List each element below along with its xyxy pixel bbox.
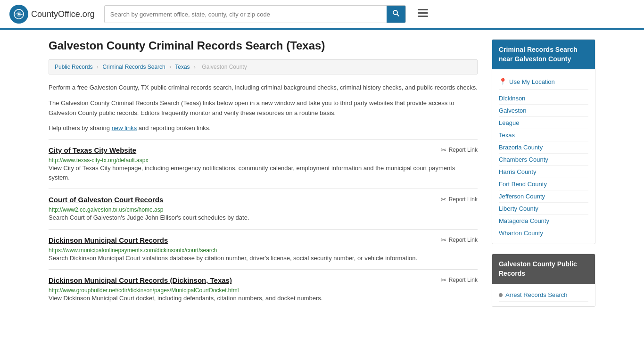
public-records-box: Galveston County Public Records Arrest R… [492,254,595,307]
report-link-button-1[interactable]: ✂ Report Link [441,196,478,203]
svg-point-2 [393,10,397,15]
result-title-0[interactable]: City of Texas City Website [49,146,136,154]
nearby-link-1[interactable]: Galveston [499,105,588,117]
breadcrumb-criminal-records[interactable]: Criminal Records Search [102,64,165,70]
result-desc-3: View Dickinson Municipal Court docket, i… [49,294,478,303]
result-item-3: Dickinson Municipal Court Records (Dicki… [49,269,478,310]
svg-point-1 [18,13,20,15]
page-title: Galveston County Criminal Records Search… [49,39,478,52]
public-records-link-0[interactable]: Arrest Records Search [499,288,588,302]
result-item-1: Court of Galveston Court Records ✂ Repor… [49,189,478,229]
use-location-row: 📍 Use My Location [499,74,588,90]
result-header-0: City of Texas City Website ✂ Report Link [49,146,478,154]
nearby-link-8[interactable]: Jefferson County [499,190,588,203]
svg-rect-4 [418,9,428,10]
nearby-link-3[interactable]: Texas [499,129,588,141]
nearby-link-9[interactable]: Liberty County [499,203,588,215]
public-records-links-list: Arrest Records Search [499,288,588,302]
result-header-2: Dickinson Municipal Court Records ✂ Repo… [49,236,478,244]
menu-button[interactable] [415,7,430,22]
dot-icon-0 [499,293,503,297]
report-label-0: Report Link [449,147,478,153]
sidebar-section2-content: Arrest Records Search [492,284,595,306]
result-url-1[interactable]: http://www2.co.galveston.tx.us/cms/home.… [49,206,163,213]
breadcrumb-texas[interactable]: Texas [175,64,190,70]
result-item-2: Dickinson Municipal Court Records ✂ Repo… [49,229,478,270]
result-desc-2: Search Dickinson Municipal Court violati… [49,254,478,263]
breadcrumb-separator-3: › [194,64,196,70]
sidebar: Criminal Records Search near Galveston C… [492,39,595,316]
result-header-1: Court of Galveston Court Records ✂ Repor… [49,196,478,204]
site-header: CountyOffice.org [0,0,644,30]
result-url-3[interactable]: http://www.groupbuilder.net/cdir/dickins… [49,287,239,294]
report-link-button-0[interactable]: ✂ Report Link [441,146,478,154]
search-bar [104,5,406,23]
report-icon-1: ✂ [441,196,446,203]
result-title-1[interactable]: Court of Galveston Court Records [49,196,163,204]
location-pin-icon: 📍 [499,78,507,85]
breadcrumb-separator-2: › [169,64,171,70]
report-icon-3: ✂ [441,276,446,284]
report-label-1: Report Link [449,196,478,203]
new-links-link[interactable]: new links [112,124,137,132]
svg-rect-6 [418,16,428,17]
description-para2: The Galveston County Criminal Records Se… [49,99,478,118]
nearby-link-2[interactable]: League [499,117,588,129]
logo[interactable]: CountyOffice.org [9,5,95,24]
breadcrumb-separator-1: › [97,64,99,70]
search-input[interactable] [105,7,387,22]
report-link-button-3[interactable]: ✂ Report Link [441,276,478,284]
nearby-link-7[interactable]: Fort Bend County [499,178,588,190]
nearby-link-10[interactable]: Matagorda County [499,215,588,227]
sidebar-section2-header: Galveston County Public Records [492,254,595,284]
description-para1: Perform a free Galveston County, TX publ… [49,83,478,93]
nearby-search-box: Criminal Records Search near Galveston C… [492,39,595,244]
nearby-link-11[interactable]: Wharton County [499,227,588,239]
content-area: Galveston County Criminal Records Search… [49,39,478,316]
nearby-link-5[interactable]: Chambers County [499,154,588,166]
nearby-link-0[interactable]: Dickinson [499,92,588,105]
results-list: City of Texas City Website ✂ Report Link… [49,139,478,310]
report-label-2: Report Link [449,237,478,243]
result-url-2[interactable]: https://www.municipalonlinepayments.com/… [49,247,217,254]
breadcrumb-current: Galveston County [202,64,247,70]
breadcrumb-public-records[interactable]: Public Records [55,64,93,70]
search-button[interactable] [387,6,405,23]
use-my-location-link[interactable]: Use My Location [509,78,555,85]
nearby-links-list: DickinsonGalvestonLeagueTexasBrazoria Co… [499,92,588,239]
svg-rect-5 [418,12,428,14]
result-title-2[interactable]: Dickinson Municipal Court Records [49,236,168,244]
report-label-3: Report Link [449,277,478,283]
sidebar-section1-content: 📍 Use My Location DickinsonGalvestonLeag… [492,69,595,244]
result-desc-0: View City of Texas City homepage, includ… [49,164,478,182]
svg-line-3 [397,14,399,16]
result-desc-1: Search Court of Galveston's Judge John E… [49,213,478,222]
nearby-link-6[interactable]: Harris County [499,166,588,178]
breadcrumb: Public Records › Criminal Records Search… [49,59,478,74]
result-url-0[interactable]: http://www.texas-city-tx.org/default.asp… [49,157,148,164]
nearby-link-4[interactable]: Brazoria County [499,141,588,154]
sidebar-section1-header: Criminal Records Search near Galveston C… [492,40,595,69]
report-icon-2: ✂ [441,236,446,244]
report-link-button-2[interactable]: ✂ Report Link [441,236,478,244]
logo-text: CountyOffice.org [31,9,95,19]
result-item-0: City of Texas City Website ✂ Report Link… [49,139,478,189]
result-title-3[interactable]: Dickinson Municipal Court Records (Dicki… [49,276,232,284]
main-container: Galveston County Criminal Records Search… [39,30,605,326]
report-icon-0: ✂ [441,146,446,154]
logo-icon [9,5,28,24]
result-header-3: Dickinson Municipal Court Records (Dicki… [49,276,478,284]
description-para3: Help others by sharing new links and rep… [49,123,478,133]
